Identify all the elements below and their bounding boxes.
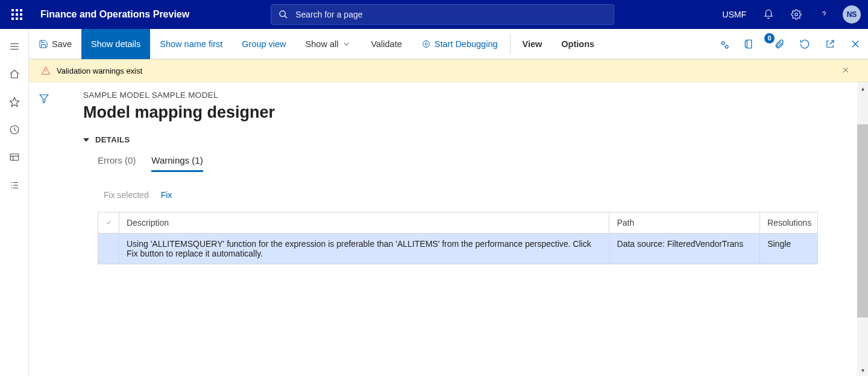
details-label: DETAILS [95, 135, 130, 144]
office-button[interactable] [737, 29, 762, 59]
bell-icon [763, 9, 774, 20]
action-bar: Save Show details Show name first Group … [29, 29, 868, 59]
filter-pane-toggle[interactable] [29, 82, 59, 376]
fix-selected-button: Fix selected [104, 190, 149, 200]
view-menu[interactable]: View [513, 29, 552, 59]
validate-button[interactable]: Validate [361, 29, 411, 59]
nav-modules[interactable] [0, 171, 29, 199]
close-button[interactable] [843, 29, 868, 59]
grid-header: Description Path Resolutions [98, 212, 817, 234]
star-icon [9, 97, 20, 107]
show-details-button[interactable]: Show details [81, 29, 150, 59]
refresh-icon [799, 39, 810, 49]
banner-close-button[interactable] [841, 66, 856, 76]
close-icon [850, 39, 861, 49]
search-box[interactable]: Search for a page [271, 4, 614, 25]
row-path: Data source: FilteredVendorTrans [610, 234, 761, 264]
svg-marker-25 [725, 45, 729, 48]
row-resolutions: Single [760, 234, 817, 264]
vertical-scrollbar[interactable]: ▴ ▾ [857, 82, 868, 376]
home-icon [9, 69, 20, 80]
office-icon [744, 39, 755, 49]
show-all-dropdown[interactable]: Show all [296, 29, 362, 59]
nav-workspaces[interactable] [0, 144, 29, 171]
popout-icon [825, 39, 835, 49]
caret-down-icon [83, 138, 89, 142]
clock-icon [9, 124, 20, 135]
search-placeholder: Search for a page [295, 10, 362, 19]
page-content: SAMPLE MODEL SAMPLE MODEL Model mapping … [59, 82, 854, 376]
action-separator [510, 34, 511, 54]
save-label: Save [52, 39, 72, 49]
warnings-grid: Description Path Resolutions Using 'ALLI… [98, 212, 818, 264]
refresh-button[interactable] [792, 29, 817, 59]
hamburger-icon [9, 41, 20, 52]
help-icon [819, 9, 829, 20]
action-bar-right: 0 [711, 29, 868, 59]
banner-message: Validation warnings exist [57, 66, 142, 75]
options-menu[interactable]: Options [552, 29, 604, 59]
svg-rect-9 [10, 154, 19, 161]
diamond-icon [719, 39, 729, 49]
svg-marker-24 [722, 41, 725, 45]
tabs: Errors (0) Warnings (1) [98, 155, 854, 172]
header-right: USMF NS [714, 0, 868, 29]
attachments-button[interactable]: 0 [762, 29, 792, 59]
svg-line-1 [285, 16, 288, 18]
notifications-button[interactable] [755, 0, 782, 29]
settings-button[interactable] [782, 0, 810, 29]
show-name-first-button[interactable]: Show name first [150, 29, 232, 59]
nav-favorites[interactable] [0, 88, 29, 116]
save-button[interactable]: Save [29, 29, 81, 59]
save-icon [39, 39, 48, 49]
paperclip-icon [774, 39, 785, 49]
col-resolutions[interactable]: Resolutions [760, 212, 817, 233]
scroll-thumb[interactable] [857, 124, 868, 317]
svg-marker-7 [10, 98, 19, 107]
search-icon [278, 10, 288, 19]
chevron-down-icon [342, 39, 351, 49]
global-header: Finance and Operations Preview Search fo… [0, 0, 868, 29]
group-view-button[interactable]: Group view [232, 29, 295, 59]
attachments-badge: 0 [764, 33, 775, 43]
nav-recent[interactable] [0, 116, 29, 144]
modules-icon [9, 180, 20, 191]
popout-button[interactable] [817, 29, 843, 59]
row-select[interactable] [98, 234, 119, 264]
check-icon [105, 218, 112, 227]
left-rail [0, 29, 29, 376]
close-icon [841, 66, 850, 74]
svg-point-2 [795, 13, 798, 16]
warning-icon [41, 66, 51, 75]
fix-toolbar: Fix selected Fix [104, 190, 854, 200]
scroll-down-arrow[interactable]: ▾ [857, 364, 868, 376]
app-title: Finance and Operations Preview [40, 9, 189, 20]
nav-toggle-button[interactable] [0, 33, 29, 60]
svg-marker-32 [40, 95, 48, 103]
validation-banner: Validation warnings exist [29, 59, 868, 82]
fix-button[interactable]: Fix [161, 190, 172, 200]
svg-point-0 [280, 11, 285, 16]
tab-errors[interactable]: Errors (0) [98, 155, 136, 172]
funnel-icon [39, 93, 49, 104]
nav-home[interactable] [0, 60, 29, 88]
help-button[interactable] [810, 0, 838, 29]
scroll-up-arrow[interactable]: ▴ [857, 82, 868, 94]
breadcrumb: SAMPLE MODEL SAMPLE MODEL [83, 91, 854, 100]
svg-point-19 [423, 40, 429, 47]
select-all-cell[interactable] [98, 212, 119, 233]
details-section-header[interactable]: DETAILS [83, 135, 854, 144]
personalize-button[interactable] [711, 29, 737, 59]
table-row[interactable]: Using 'ALLITEMSQUERY' function for the e… [98, 234, 817, 264]
col-description[interactable]: Description [119, 212, 609, 233]
avatar[interactable]: NS [843, 5, 861, 24]
start-debugging-button[interactable]: Start Debugging [412, 29, 508, 59]
action-search-button[interactable] [604, 29, 623, 59]
debug-icon [421, 39, 431, 49]
company-label[interactable]: USMF [714, 10, 755, 19]
gear-icon [791, 9, 802, 20]
workspace-icon [9, 152, 20, 163]
col-path[interactable]: Path [609, 212, 760, 233]
tab-warnings[interactable]: Warnings (1) [151, 155, 203, 172]
waffle-icon[interactable] [11, 9, 22, 20]
